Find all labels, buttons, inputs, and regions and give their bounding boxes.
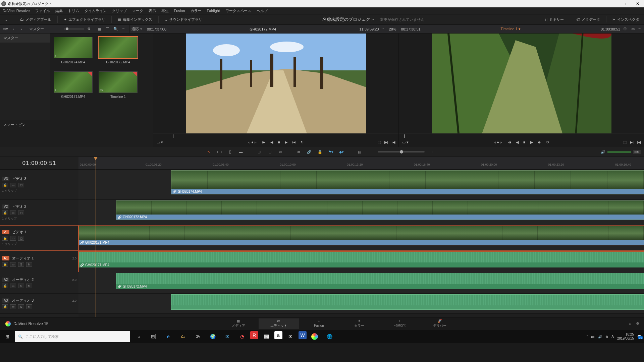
amazon-icon[interactable]: a [274,331,282,339]
smartbin-header[interactable]: スマートビン [0,120,153,129]
replace-clip-icon[interactable]: ⧉ [277,150,284,154]
viewer-mode-dropdown[interactable]: ▭ ▾ [402,140,409,144]
track-head-a2[interactable]: A2オーディオ 22.0 🔒▭SM [0,272,78,294]
overwrite-icon[interactable]: ⬚ [378,140,381,144]
lock-icon[interactable]: 🔒 [2,284,8,288]
audio-clip[interactable]: GH020171.MP4 [78,251,644,267]
app-icon[interactable]: 🌍 [206,331,219,342]
page-edit[interactable]: ▭エディット [259,318,299,329]
menu-item[interactable]: クリップ [112,8,127,13]
cortana-icon[interactable]: ○ [132,331,146,342]
start-button[interactable]: ⊞ [0,334,15,339]
thumb-size-slider[interactable] [64,28,84,29]
video-track-3[interactable]: GH020174.MP4 [78,170,644,200]
single-viewer-icon[interactable]: ▭ [630,26,636,33]
mute-button[interactable]: M [26,262,32,267]
lock-icon[interactable]: 🔒 [2,183,8,187]
next-edit-icon[interactable]: ▶| [630,140,634,144]
menu-item[interactable]: 表示 [149,8,156,13]
grid-view-icon[interactable]: ▦ [96,26,103,33]
first-frame-icon[interactable]: ⏮ [262,140,266,144]
nav-fwd[interactable]: › [18,26,25,33]
trim-tool-icon[interactable]: ⟷ [216,150,223,154]
more-icon[interactable]: ⋯ [120,26,127,33]
play-reverse-icon[interactable]: ◀ [270,140,273,144]
record-scrubber[interactable] [399,133,644,137]
inspector-button[interactable]: ✂インスペクタ [610,16,642,23]
track-head-a3[interactable]: A3オーディオ 32.0 🔒▭SM [0,294,78,314]
app-icon[interactable]: ◔ [235,331,249,342]
zoom-percent[interactable]: 28% [389,27,396,31]
menu-item[interactable]: タイムライン [85,8,107,13]
menu-item[interactable]: Fusion [174,9,185,13]
solo-button[interactable]: S [18,304,24,309]
arm-icon[interactable]: ▭ [10,262,16,267]
search-icon[interactable]: 🔍 [112,26,119,33]
clip-item[interactable]: ▭ Timeline 1 [99,71,138,99]
arm-icon[interactable]: ▭ [10,304,16,309]
track-head-v2[interactable]: V2ビデオ 2 🔒▭◻ 1 クリップ [0,200,78,225]
play-icon[interactable]: ▶ [530,140,533,144]
lock-icon[interactable]: 🔒 [2,262,8,267]
stop-icon[interactable]: ■ [278,140,280,144]
zoom-in-icon[interactable]: + [429,150,435,154]
edge-icon[interactable]: e [162,331,175,342]
taskview-icon[interactable]: ⊞] [147,331,160,342]
mediapool-button[interactable]: 🗂 メディアプール [17,16,54,23]
input-icon[interactable]: 🖮 [591,335,595,339]
source-clip-name[interactable]: GH020172.MP4 [168,27,358,31]
snap-icon[interactable]: ⊂ [295,150,302,154]
maximize-button[interactable]: □ [622,1,632,6]
menu-item[interactable]: ヘルプ [257,8,268,13]
overwrite-clip-icon[interactable]: ⊡ [266,150,273,154]
track-head-a1[interactable]: A1オーディオ 12.0 🔒▭SM [0,251,78,272]
disable-icon[interactable]: ◻ [18,236,24,241]
expand-toggle[interactable]: ⌄ [2,16,10,23]
zoom-out-icon[interactable]: − [367,150,374,154]
metadata-button[interactable]: 🏷メタデータ [574,16,603,23]
blade-tool-icon[interactable]: ▬ [237,150,244,154]
zoom-slider[interactable] [378,151,425,153]
clip-item[interactable]: ♪ GH020174.MP4 [54,37,93,64]
timeline-timecode[interactable]: 01:00:00:51 [0,157,78,170]
video-track-2[interactable]: GH020172.MP4 [78,200,644,225]
bypass-icon[interactable]: ⦾ [622,26,628,33]
mail-icon[interactable]: ✉ [221,331,234,342]
explorer-icon[interactable]: 🗂 [176,331,190,342]
lock-icon[interactable]: 🔒 [317,150,323,154]
arrow-tool-icon[interactable]: ↖ [205,150,212,154]
track-head-v3[interactable]: V3ビデオ 3 🔒▭◻ 1 クリップ [0,170,78,200]
lock-icon[interactable]: 🔒 [2,210,8,215]
timeline-ruler[interactable]: 01:00:00:00 01:00:03:20 01:00:06:40 01:0… [78,157,644,170]
menu-item[interactable]: カラー [191,8,202,13]
home-icon[interactable]: ⌂ [629,321,631,326]
video-clip[interactable]: GH020174.MP4 [171,170,644,194]
video-clip[interactable]: GH020171.MP4 [78,226,644,245]
minimize-button[interactable]: — [611,1,621,6]
loop-icon[interactable]: ↻ [546,140,549,144]
last-frame-icon[interactable]: ⏭ [538,140,541,144]
sort-button[interactable]: ⇅ [85,26,92,33]
close-button[interactable]: ✕ [633,1,643,6]
solo-button[interactable]: S [18,284,24,288]
chrome-icon[interactable]: 🌐 [323,331,336,342]
play-reverse-icon[interactable]: ◀ [516,140,519,144]
menu-item[interactable]: Fairlight [207,9,220,13]
auto-select-icon[interactable]: ▭ [10,210,16,215]
menu-item[interactable]: マーク [132,8,143,13]
auto-select-icon[interactable]: ▭ [10,236,16,241]
timeline-view-icon[interactable]: ▤ [356,150,363,154]
menu-item[interactable]: トリム [68,8,79,13]
audio-clip[interactable]: GH020172.MP4 [116,273,644,289]
video-track-1[interactable]: GH020171.MP4 [78,225,644,251]
replace-icon[interactable]: |◀ [391,140,395,144]
timeline-body[interactable]: 01:00:00:00 01:00:03:20 01:00:06:40 01:0… [78,157,644,317]
record-preview[interactable] [432,34,611,133]
source-preview[interactable] [186,34,366,133]
clip-item[interactable]: GH020172.MP4 [99,37,138,64]
mute-button[interactable]: M [26,284,32,288]
audio-track-1[interactable]: GH020171.MP4 [78,251,644,272]
layout-toggle[interactable]: ▭▾ [2,26,9,33]
auto-select-icon[interactable]: ▭ [10,183,16,187]
menu-item[interactable]: 編集 [55,8,63,13]
